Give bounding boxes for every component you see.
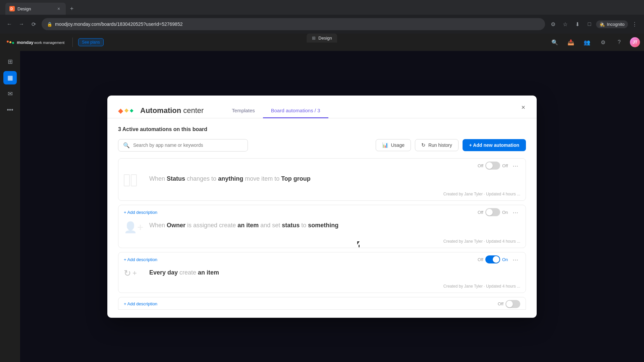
partial-toggle-switch[interactable]: [505, 300, 520, 308]
card-2-meta: Created by Jane Tyler · Updated 4 hours …: [118, 238, 526, 248]
card-2-set: and set: [260, 222, 282, 229]
card-3-top-row: + Add description Off On ···: [118, 252, 526, 265]
toggle-2-off-label: Off: [478, 210, 483, 215]
plus-icon: +: [132, 269, 137, 278]
table-col-1: [124, 174, 130, 186]
card-1-top-row: Off Off ···: [118, 159, 526, 172]
address-bar-row: ← → ⟳ 🔒 moodjoy.monday.com/boards/183042…: [0, 15, 644, 34]
toggle-3-on-label: On: [502, 257, 508, 262]
logo-diamond-3: ◆: [130, 108, 133, 113]
logo-diamond-1: ◆: [118, 107, 123, 115]
tab-favicon: D: [9, 6, 15, 11]
browser-toolbar-icons: ⚙ ☆ ⬇ □ 🕵 Incognito ⋮: [548, 19, 640, 29]
lock-icon: 🔒: [47, 22, 52, 27]
logo-diamond-2: ◆: [124, 107, 128, 113]
tab-bar: D Design × +: [0, 0, 644, 15]
dialog-title-automation: Automation: [140, 106, 181, 115]
tab-templates[interactable]: Templates: [224, 104, 263, 118]
app-sidebar: ⊞ ▦ ✉ •••: [0, 51, 20, 362]
partial-toggle-knob: [506, 301, 513, 307]
partial-card-top-row: + Add description Off: [118, 297, 526, 309]
dialog-logo: ◆ ◆ ◆: [118, 107, 133, 115]
sidebar-inbox-icon[interactable]: ✉: [3, 87, 17, 101]
incognito-badge: 🕵 Incognito: [596, 20, 628, 28]
card-3-more-button[interactable]: ···: [511, 255, 520, 264]
card-2-more-button[interactable]: ···: [511, 208, 520, 217]
toggle-1-switch[interactable]: [485, 162, 500, 170]
dialog-close-button[interactable]: ×: [518, 102, 529, 113]
monday-logo: mondaywork management: [4, 39, 67, 46]
search-topbar-icon[interactable]: 🔍: [549, 37, 560, 48]
menu-icon[interactable]: ⋮: [629, 19, 640, 29]
sidebar-boards-icon[interactable]: ▦: [3, 71, 17, 84]
design-tab-pill[interactable]: ⊞ Design: [307, 34, 337, 43]
toggle-2-on-label: On: [502, 210, 508, 215]
search-input[interactable]: [133, 142, 243, 148]
toggle-3-off-label: Off: [478, 257, 483, 262]
card-2-to: to: [301, 222, 308, 229]
usage-icon: 📊: [382, 142, 388, 148]
address-bar[interactable]: 🔒 moodjoy.monday.com/boards/1830420525?u…: [42, 18, 545, 30]
help-icon[interactable]: ?: [614, 37, 625, 48]
user-plus-icon: 👤+: [124, 221, 144, 234]
download-icon[interactable]: ⬇: [572, 19, 583, 29]
toggle-2-knob: [486, 209, 493, 216]
card-1-more-button[interactable]: ···: [511, 161, 520, 170]
browser-tab[interactable]: D Design ×: [5, 3, 66, 15]
toggle-3-switch[interactable]: [485, 255, 500, 263]
svg-text:D: D: [10, 7, 13, 11]
design-tab-label: Design: [318, 36, 332, 41]
card-2-top-row: + Add description Off On ···: [118, 205, 526, 218]
tab-title: Design: [17, 6, 53, 11]
run-history-button[interactable]: ↻ Run history: [415, 139, 459, 151]
tab-close-button[interactable]: ×: [56, 6, 62, 12]
card-2-assigned: is assigned create: [187, 222, 237, 229]
card-2-add-desc[interactable]: + Add description: [124, 210, 157, 215]
sidebar-home-icon[interactable]: ⊞: [3, 55, 17, 68]
dialog-title-center: center: [183, 106, 204, 115]
reload-button[interactable]: ⟳: [28, 19, 39, 29]
monday-logo-dots: [7, 41, 14, 44]
card-2-toggle-area: Off On: [478, 208, 508, 216]
card-3-add-desc[interactable]: + Add description: [124, 257, 157, 262]
toggle-3-knob: [493, 256, 499, 263]
see-plans-button[interactable]: See plans: [78, 38, 103, 46]
forward-button[interactable]: →: [16, 19, 27, 29]
table-icon: [124, 174, 137, 186]
card-1-icon: [124, 174, 144, 186]
people-icon[interactable]: 👥: [582, 37, 592, 48]
card-3-create: create: [179, 269, 198, 276]
card-3-main: ↻ + Every day create an item: [118, 265, 526, 283]
run-history-icon: ↻: [421, 142, 426, 148]
search-box[interactable]: 🔍: [118, 139, 248, 152]
card-3-every-day: Every day: [149, 269, 178, 276]
card-1-meta: Created by Jane Tyler · Updated 4 hours …: [118, 190, 526, 200]
url-text: moodjoy.monday.com/boards/1830420525?use…: [55, 21, 182, 27]
inbox-icon[interactable]: 📥: [566, 37, 576, 48]
automation-card-2: + Add description Off On ··· 👤+: [118, 205, 526, 248]
tab-board-automations[interactable]: Board automations / 3: [263, 104, 328, 118]
card-2-icon: 👤+: [124, 221, 144, 234]
card-3-toggle-area: Off On: [478, 255, 508, 263]
card-1-when: When: [149, 175, 167, 182]
incognito-icon: 🕵: [599, 22, 605, 27]
extensions-icon[interactable]: ⚙: [548, 19, 558, 29]
card-1-text: When Status changes to anything move ite…: [149, 174, 520, 183]
partial-card-add-desc[interactable]: + Add description: [124, 301, 157, 306]
logo-dot-orange: [7, 41, 9, 43]
monday-title: mondaywork management: [17, 40, 64, 45]
user-avatar[interactable]: JT: [630, 37, 640, 47]
card-3-meta: Created by Jane Tyler · Updated 4 hours …: [118, 283, 526, 293]
apps-icon[interactable]: ⚙: [598, 37, 608, 48]
card-2-keyword-owner: Owner: [167, 222, 185, 229]
sidebar-more-icon[interactable]: •••: [3, 103, 17, 117]
profile-icon[interactable]: □: [584, 19, 595, 29]
new-tab-button[interactable]: +: [67, 4, 76, 13]
star-icon[interactable]: ☆: [560, 19, 571, 29]
modal-overlay: ◆ ◆ ◆ Automation center Templates Board …: [0, 51, 644, 362]
usage-button[interactable]: 📊 Usage: [376, 139, 411, 151]
toggle-2-switch[interactable]: [485, 208, 500, 216]
back-button[interactable]: ←: [4, 19, 15, 29]
automation-card-1: Off Off ···: [118, 158, 526, 201]
add-automation-button[interactable]: + Add new automation: [463, 139, 526, 151]
